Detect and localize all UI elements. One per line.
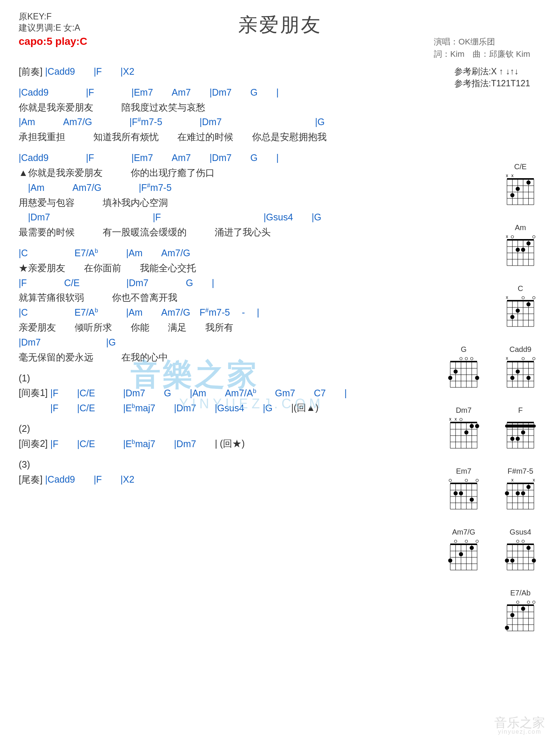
chord-diagram: F (503, 406, 538, 452)
svg-point-49 (533, 297, 535, 299)
chord-diagram: Em7 (447, 467, 481, 513)
svg-point-63 (460, 357, 462, 360)
artist: 演唱：OK绷乐团 (434, 35, 530, 48)
lyric-line: 承担我重担 知道我所有烦忧 在难过的时候 你总是安慰拥抱我 (19, 131, 407, 143)
svg-point-164 (465, 540, 468, 543)
svg-rect-84 (450, 422, 477, 423)
chord-diagram: G (447, 345, 481, 391)
svg-point-132 (476, 479, 479, 482)
chord-line: |C E7/Ab |Am Am7/G (19, 247, 407, 260)
svg-point-127 (449, 479, 452, 482)
svg-point-12 (510, 193, 514, 197)
svg-point-148 (526, 485, 531, 489)
fretboard-icon (503, 416, 538, 452)
chord-diagram-label: Cadd9 (510, 345, 532, 354)
fretboard-icon: x (503, 355, 538, 391)
original-key: 原KEY:F (19, 11, 80, 22)
lyric-line: 最需要的时候 有一股暖流会缓缓的 涌进了我心头 (19, 226, 407, 239)
fretboard-icon: x (503, 294, 538, 330)
svg-point-81 (522, 357, 525, 360)
svg-point-14 (516, 187, 520, 191)
svg-point-30 (521, 248, 525, 252)
svg-point-197 (516, 601, 519, 604)
svg-point-62 (454, 369, 458, 374)
svg-point-196 (510, 613, 514, 617)
svg-text:x: x (533, 477, 535, 483)
chord-diagram-label: E7/Ab (510, 589, 531, 597)
corner-watermark: 音乐之家 yinyuezj.com (494, 716, 545, 735)
svg-point-178 (505, 558, 509, 563)
strum-pattern: 参考刷法:X ↑ ↓↑↓ (454, 65, 530, 77)
svg-point-64 (465, 357, 468, 360)
chord-diagram: Dm7xx (447, 406, 481, 452)
verse-1: |Cadd9 |F |Em7 Am7 |Dm7 G | 你就是我亲爱朋友 陪我度… (19, 86, 407, 143)
interlude1-label: [间奏1] (19, 388, 48, 398)
lyric-line: 毫无保留的爱永远 在我的心中 (19, 351, 407, 364)
chord-line: |F |C/E |Ebmaj7 |Dm7 (50, 439, 215, 449)
fretboard-icon (447, 538, 481, 574)
fretboard-icon: xx (503, 477, 538, 513)
suggested-key: 建议男调:E 女:A (19, 22, 80, 34)
chord-diagram-label: Am7/G (452, 528, 475, 536)
svg-text:x: x (454, 417, 457, 422)
svg-point-46 (516, 309, 520, 313)
song-title: 亲爱朋友 (0, 12, 560, 38)
svg-point-32 (533, 236, 535, 238)
intro-chords: |Cadd9 |F |X2 (45, 66, 134, 77)
svg-point-97 (460, 418, 462, 421)
chord-line: |Dm7 |G (19, 336, 407, 349)
svg-text:x: x (506, 234, 508, 239)
svg-point-195 (505, 626, 509, 630)
svg-rect-112 (505, 425, 536, 428)
fretboard-icon (447, 477, 481, 513)
svg-point-100 (475, 424, 479, 428)
chord-diagram-label: Gsus4 (510, 528, 531, 536)
outro-label: [尾奏] (19, 474, 43, 485)
chord-diagram-label: C/E (514, 162, 526, 171)
section-number: (2) (19, 422, 407, 435)
svg-point-147 (521, 491, 525, 495)
chord-diagram-label: Am (515, 223, 526, 232)
svg-point-115 (521, 430, 525, 434)
svg-point-48 (526, 302, 531, 306)
chord-diagram-label: C (518, 284, 523, 293)
chord-diagram: Amx (503, 223, 538, 269)
chord-diagram: E7/Ab (503, 589, 538, 635)
fretboard-icon: x (503, 233, 538, 269)
chord-diagram: F#m7-5xx (503, 467, 538, 513)
svg-point-61 (448, 376, 452, 380)
lyric-line: 就算苦痛很软弱 你也不曾离开我 (19, 291, 407, 304)
finger-pattern: 参考指法:T121T121 (454, 77, 530, 89)
svg-rect-50 (450, 361, 477, 362)
lyric-line: 你就是我亲爱朋友 陪我度过欢笑与哀愁 (19, 101, 407, 114)
svg-point-200 (533, 601, 535, 604)
verse-2: |Cadd9 |F |Em7 Am7 |Dm7 G | ▲你就是我亲爱朋友 你的… (19, 152, 407, 239)
outro: [尾奏] |Cadd9 |F |X2 (19, 473, 407, 486)
watermark-sub: YINYUEZJ.COM (179, 396, 324, 412)
svg-rect-167 (507, 544, 534, 545)
svg-point-128 (454, 491, 458, 495)
fretboard-icon (503, 538, 538, 574)
songwriter: 詞：Kim 曲：邱廉钦 Kim (434, 48, 530, 60)
svg-point-29 (516, 248, 520, 252)
fretboard-icon: xx (503, 173, 538, 208)
key-info: 原KEY:F 建议男调:E 女:A (19, 11, 80, 34)
svg-rect-101 (507, 422, 534, 423)
svg-point-80 (516, 369, 520, 374)
svg-rect-116 (450, 483, 477, 484)
svg-rect-184 (507, 604, 534, 606)
svg-point-179 (510, 558, 514, 563)
intro-label: [前奏] (19, 66, 43, 77)
chord-diagram: Cx (503, 284, 538, 330)
svg-point-198 (521, 607, 525, 611)
svg-text:x: x (511, 477, 513, 483)
svg-text:x: x (511, 173, 513, 178)
svg-rect-150 (450, 544, 477, 545)
svg-rect-67 (507, 361, 534, 362)
fretboard-icon: xx (447, 416, 481, 452)
chord-diagram-label: F#m7-5 (508, 467, 533, 476)
svg-rect-0 (507, 178, 534, 180)
svg-point-146 (516, 491, 520, 495)
interlude-2: [间奏2] |F |C/E |Ebmaj7 |Dm7 | (回★) (19, 437, 407, 450)
svg-point-65 (470, 357, 473, 360)
